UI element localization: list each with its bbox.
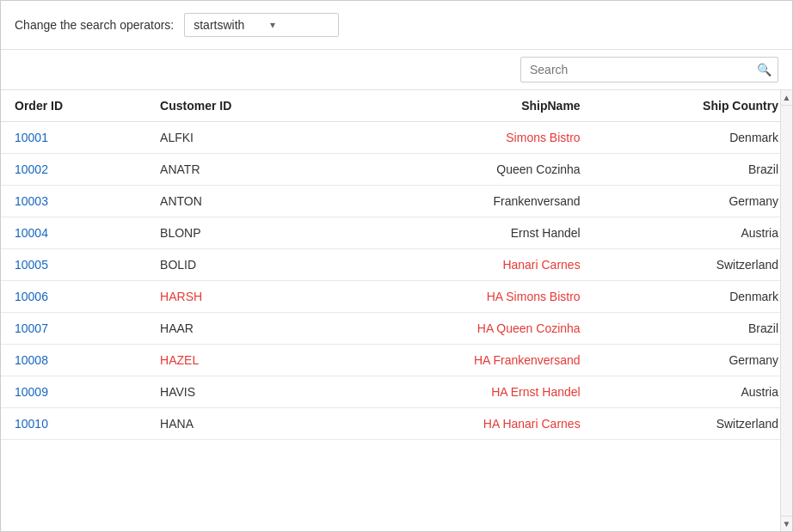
table-row[interactable]: 10009HAVISHA Ernst HandelAustria <box>1 376 792 408</box>
cell-customerid: BLONP <box>146 217 336 249</box>
cell-shipname: HA Frankenversand <box>336 345 593 376</box>
table-row[interactable]: 10007HAARHA Queen CozinhaBrazil <box>1 313 792 345</box>
cell-orderid: 10009 <box>1 376 146 408</box>
main-container: Change the search operators: startswith … <box>0 0 793 532</box>
cell-customerid: HAVIS <box>146 376 336 408</box>
table-body: 10001ALFKISimons BistroDenmark10002ANATR… <box>1 122 792 440</box>
cell-customerid: HAZEL <box>146 345 336 376</box>
cell-orderid: 10004 <box>1 217 146 249</box>
cell-shipname: HA Hanari Carnes <box>336 408 593 440</box>
cell-customerid: HANA <box>146 408 336 440</box>
cell-shipname: Hanari Carnes <box>336 249 593 281</box>
chevron-down-icon: ▾ <box>270 19 275 31</box>
cell-orderid: 10007 <box>1 313 146 345</box>
cell-customerid: BOLID <box>146 249 336 281</box>
table-header: Order ID Customer ID ShipName Ship Count… <box>1 90 792 122</box>
cell-shipname: Frankenversand <box>336 186 593 217</box>
cell-customerid: ALFKI <box>146 122 336 154</box>
table-wrapper: Order ID Customer ID ShipName Ship Count… <box>1 90 792 531</box>
table-row[interactable]: 10004BLONPErnst HandelAustria <box>1 217 792 249</box>
cell-country: Denmark <box>594 122 792 154</box>
search-input[interactable] <box>520 57 778 83</box>
cell-customerid: HAAR <box>146 313 336 345</box>
data-grid: Order ID Customer ID ShipName Ship Count… <box>1 90 792 440</box>
cell-orderid: 10010 <box>1 408 146 440</box>
cell-country: Brazil <box>594 154 792 186</box>
operator-label: Change the search operators: <box>15 18 174 32</box>
col-header-country: Ship Country <box>594 90 792 122</box>
cell-shipname: HA Ernst Handel <box>336 376 593 408</box>
cell-shipname: Ernst Handel <box>336 217 593 249</box>
top-bar: Change the search operators: startswith … <box>1 1 792 50</box>
cell-orderid: 10002 <box>1 154 146 186</box>
cell-country: Austria <box>594 376 792 408</box>
search-bar-row: 🔍 <box>1 50 792 90</box>
scrollbar-right[interactable]: ▲ ▼ <box>780 90 792 531</box>
cell-orderid: 10003 <box>1 186 146 217</box>
col-header-orderid: Order ID <box>1 90 146 122</box>
table-row[interactable]: 10005BOLIDHanari CarnesSwitzerland <box>1 249 792 281</box>
cell-customerid: HARSH <box>146 281 336 313</box>
table-row[interactable]: 10010HANAHA Hanari CarnesSwitzerland <box>1 408 792 440</box>
scroll-track[interactable] <box>781 106 792 516</box>
cell-shipname: Simons Bistro <box>336 122 593 154</box>
cell-customerid: ANATR <box>146 154 336 186</box>
cell-country: Switzerland <box>594 408 792 440</box>
table-row[interactable]: 10003ANTONFrankenversandGermany <box>1 186 792 217</box>
table-row[interactable]: 10006HARSHHA Simons BistroDenmark <box>1 281 792 313</box>
cell-customerid: ANTON <box>146 186 336 217</box>
cell-orderid: 10001 <box>1 122 146 154</box>
cell-country: Germany <box>594 345 792 376</box>
col-header-shipname: ShipName <box>336 90 593 122</box>
table-row[interactable]: 10002ANATRQueen CozinhaBrazil <box>1 154 792 186</box>
cell-shipname: Queen Cozinha <box>336 154 593 186</box>
operator-dropdown[interactable]: startswith ▾ <box>184 13 339 37</box>
cell-country: Brazil <box>594 313 792 345</box>
col-header-customerid: Customer ID <box>146 90 336 122</box>
search-wrapper: 🔍 <box>520 57 778 83</box>
cell-orderid: 10006 <box>1 281 146 313</box>
scroll-arrow-down[interactable]: ▼ <box>781 516 793 531</box>
cell-country: Germany <box>594 186 792 217</box>
table-row[interactable]: 10001ALFKISimons BistroDenmark <box>1 122 792 154</box>
scroll-arrow-up[interactable]: ▲ <box>781 90 793 106</box>
cell-orderid: 10008 <box>1 345 146 376</box>
cell-country: Switzerland <box>594 249 792 281</box>
cell-orderid: 10005 <box>1 249 146 281</box>
table-row[interactable]: 10008HAZELHA FrankenversandGermany <box>1 345 792 376</box>
cell-shipname: HA Queen Cozinha <box>336 313 593 345</box>
cell-country: Austria <box>594 217 792 249</box>
cell-country: Denmark <box>594 281 792 313</box>
cell-shipname: HA Simons Bistro <box>336 281 593 313</box>
operator-value: startswith <box>194 18 244 32</box>
